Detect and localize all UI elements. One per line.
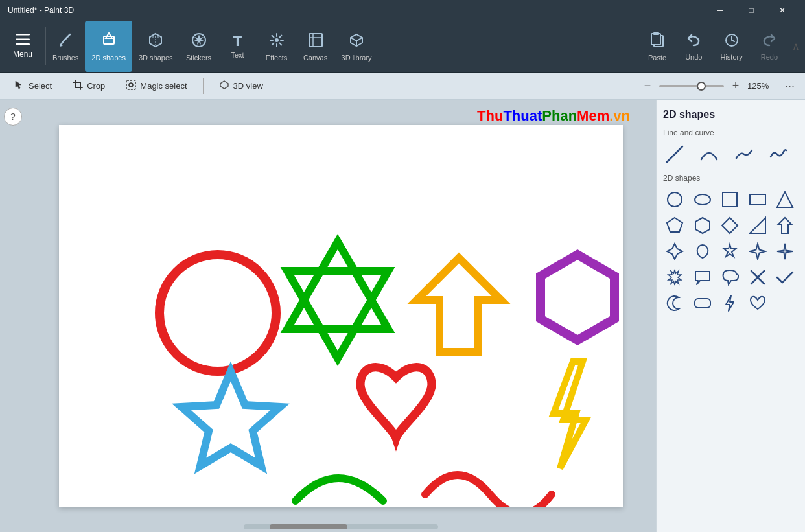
paste-button[interactable]: Paste — [639, 28, 675, 65]
svg-marker-20 — [181, 371, 280, 466]
svg-marker-31 — [750, 218, 765, 233]
titlebar-title: Untitled* - Paint 3D — [8, 6, 74, 15]
toolbar-effects[interactable]: Effects — [257, 21, 296, 72]
3dlibrary-icon — [348, 32, 365, 51]
toolbar-canvas[interactable]: Canvas — [296, 21, 335, 72]
undo-button[interactable]: Undo — [676, 29, 711, 65]
shape-heart[interactable] — [746, 292, 769, 315]
watermark: ThuThuatPhanMem.vn — [477, 108, 630, 124]
shape-scurve[interactable] — [732, 143, 756, 166]
redo-label: Redo — [761, 53, 778, 61]
line-curve-title: Line and curve — [663, 128, 799, 137]
shape-crescent[interactable] — [663, 292, 686, 315]
3dview-button[interactable]: 3D view — [210, 76, 272, 96]
shape-arc[interactable] — [697, 143, 721, 166]
shape-thought-bubble[interactable] — [718, 266, 741, 289]
crop-button[interactable]: Crop — [64, 76, 114, 96]
3dshapes-label: 3D shapes — [139, 54, 173, 62]
shape-pentagon[interactable] — [663, 214, 686, 237]
subtoolbar: Select Crop Magic select 3D view − — [0, 73, 805, 100]
titlebar-controls: ─ □ ✕ — [705, 0, 797, 21]
text-icon: T — [233, 34, 242, 49]
magic-select-button[interactable]: Magic select — [117, 76, 196, 96]
undo-icon — [686, 32, 701, 51]
svg-marker-32 — [778, 218, 791, 233]
shape-up-arrow[interactable] — [773, 214, 797, 237]
toolbar-stickers[interactable]: Stickers — [180, 21, 218, 72]
svg-marker-34 — [724, 244, 736, 257]
shape-rect[interactable] — [746, 188, 769, 211]
shape-diamond[interactable] — [718, 214, 741, 237]
svg-rect-7 — [309, 34, 322, 47]
shape-3points-star[interactable] — [663, 240, 686, 263]
more-options-button[interactable]: ··· — [780, 76, 800, 95]
svg-rect-38 — [695, 299, 710, 308]
3dlibrary-label: 3D library — [342, 54, 372, 62]
shape-line[interactable] — [663, 143, 686, 166]
2dshapes-label: 2D shapes — [91, 54, 126, 62]
help-button[interactable]: ? — [4, 108, 22, 126]
toolbar-text[interactable]: T Text — [218, 21, 257, 72]
shape-speech-bubble[interactable] — [691, 266, 714, 289]
brushes-icon — [57, 32, 74, 51]
zoom-slider[interactable] — [659, 85, 724, 87]
redo-icon — [762, 32, 777, 51]
shape-hexagon[interactable] — [691, 214, 714, 237]
undo-label: Undo — [685, 53, 702, 61]
zoom-out-button[interactable]: − — [640, 78, 655, 94]
svg-rect-26 — [750, 194, 765, 205]
zoom-in-button[interactable]: + — [728, 78, 743, 94]
canvas-label: Canvas — [303, 54, 327, 62]
svg-rect-12 — [126, 80, 135, 89]
zoom-thumb[interactable] — [697, 82, 706, 91]
shape-square[interactable] — [718, 188, 741, 211]
shape-leaf[interactable] — [691, 240, 714, 263]
shape-wavy[interactable] — [767, 143, 790, 166]
canvas-area[interactable]: ThuThuatPhanMem.vn — [26, 100, 656, 532]
shape-right-triangle[interactable] — [746, 214, 769, 237]
stickers-icon — [191, 32, 207, 51]
select-label: Select — [29, 81, 52, 91]
effects-label: Effects — [266, 54, 287, 62]
toolbar-3dlibrary[interactable]: 3D library — [335, 21, 379, 72]
svg-point-24 — [695, 194, 710, 205]
shapes-2d-title: 2D shapes — [663, 174, 799, 183]
main-content: ? ThuThuatPhanMem.vn — [0, 100, 805, 532]
shape-rounded-rect[interactable] — [691, 292, 714, 315]
expand-panel-button[interactable]: ∧ — [787, 38, 805, 55]
shape-oval[interactable] — [691, 188, 714, 211]
toolbar-3dshapes[interactable]: 3D shapes — [132, 21, 180, 72]
shape-4star[interactable] — [746, 240, 769, 263]
canvas-scrollthumb[interactable] — [270, 524, 347, 529]
toolbar-brushes[interactable]: Brushes — [46, 21, 85, 72]
watermark-vn: .vn — [609, 108, 630, 124]
shape-starburst[interactable] — [663, 266, 686, 289]
magic-select-label: Magic select — [140, 81, 187, 91]
drawing-canvas[interactable] — [59, 125, 623, 507]
shape-x-mark[interactable] — [746, 266, 769, 289]
menu-button[interactable]: Menu — [0, 21, 45, 72]
shape-circle[interactable] — [663, 188, 686, 211]
maximize-button[interactable]: □ — [736, 0, 766, 21]
svg-rect-2 — [16, 43, 30, 45]
shape-6star[interactable] — [718, 240, 741, 263]
select-button[interactable]: Select — [5, 76, 61, 96]
toolbar-2dshapes[interactable]: 2D shapes — [85, 21, 132, 72]
history-button[interactable]: History — [711, 29, 751, 65]
shape-lightning[interactable] — [718, 292, 741, 315]
shape-sparkle[interactable] — [773, 240, 797, 263]
svg-marker-35 — [750, 244, 765, 259]
close-button[interactable]: ✕ — [767, 0, 797, 21]
redo-button[interactable]: Redo — [752, 29, 787, 65]
svg-marker-27 — [777, 192, 793, 207]
watermark-mem: Mem — [577, 108, 609, 124]
svg-rect-9 — [651, 34, 660, 45]
shape-check[interactable] — [773, 266, 797, 289]
watermark-phan: Phan — [542, 108, 577, 124]
brushes-label: Brushes — [52, 54, 78, 62]
minimize-button[interactable]: ─ — [705, 0, 735, 21]
svg-rect-10 — [653, 32, 659, 35]
left-help-panel: ? — [0, 100, 26, 532]
canvas-scrollbar[interactable] — [244, 524, 438, 529]
shape-triangle[interactable] — [773, 188, 797, 211]
